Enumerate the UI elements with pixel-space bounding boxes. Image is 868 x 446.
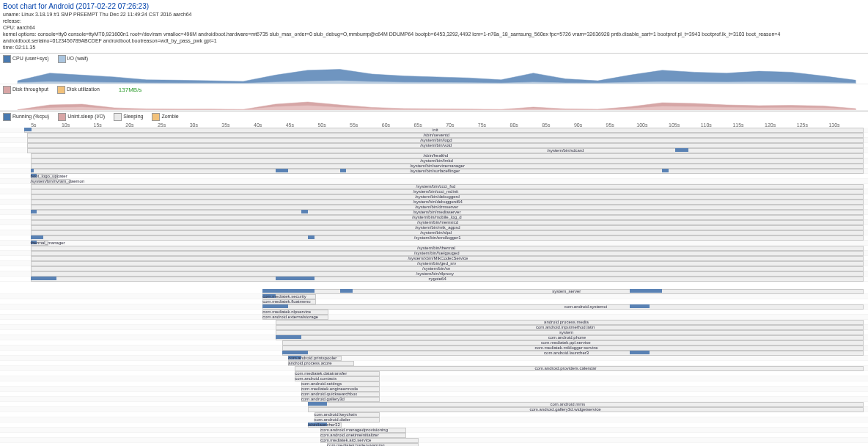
process-label: /system/bin/rilproxy — [416, 271, 454, 276]
tick-label: 110s — [690, 123, 722, 128]
tick-label: 125s — [787, 123, 819, 128]
process-label: com.android.systemui — [564, 304, 607, 309]
tick-label: 25s — [146, 123, 178, 128]
header-cpu: CPU: aarch64 — [3, 24, 865, 31]
activity-segment — [340, 169, 347, 172]
legend-cpu-title: CPU (user+sys) — [12, 56, 49, 61]
activity-segment — [276, 277, 315, 280]
process-row: com.android.mms — [0, 402, 868, 407]
process-row: com.android.onetimeinitializer — [0, 433, 868, 438]
process-row: /sbin/ueventd — [0, 133, 868, 138]
process-label: init — [433, 128, 438, 132]
process-row: com.mediatek.mtklogger:service — [0, 346, 868, 351]
process-row: /system/bin/rilproxy — [0, 271, 868, 277]
process-label: com.android.onetimeinitializer — [320, 433, 378, 437]
process-label: com.mediatek.floatmenu — [262, 299, 310, 304]
process-row: com.mediatek.batterywarning — [0, 443, 868, 446]
tick-label: 15s — [81, 123, 114, 128]
tick-label: 30s — [177, 123, 210, 128]
header-release: release: — [3, 18, 865, 24]
tick-label: 5s — [18, 123, 50, 128]
process-label: /system/bin/fuelgauged — [414, 251, 460, 255]
process-label: /system/bin/sdcard — [547, 148, 584, 153]
activity-segment — [31, 235, 44, 239]
process-label: boot_logo_updater — [31, 174, 67, 178]
legend-sleeping: Sleeping — [123, 114, 143, 119]
legend-disk: Disk throughput Disk utilization 137MB/s — [0, 84, 868, 95]
tick-label: 55s — [338, 123, 370, 128]
process-row: system_server — [0, 289, 868, 294]
process-row: com.android.settings — [0, 381, 868, 387]
process-label: com.android.mms — [550, 402, 585, 406]
process-label: /sbin/healthd — [423, 153, 448, 158]
process-row: /sbin/launcher32 — [0, 423, 868, 428]
process-row: boot_logo_updater — [0, 174, 868, 179]
process-bar — [27, 148, 864, 153]
header-uname: uname: Linux 3.18.19 #1 SMP PREEMPT Thu … — [3, 11, 865, 18]
tick-label: 115s — [722, 123, 754, 128]
activity-segment — [276, 335, 301, 339]
process-label: com.android.contacts — [295, 376, 336, 381]
tick-label: 75s — [466, 123, 499, 128]
process-label: thermal_manager — [31, 241, 65, 245]
tick-label: 20s — [114, 123, 146, 128]
process-label: /system/bin/debuggerd — [415, 194, 460, 199]
process-row: com.android.gallery3d — [0, 397, 868, 402]
process-row: com.mediatek.floatmenu — [0, 299, 868, 304]
process-label: com.android.printspooler — [288, 356, 336, 360]
process-label: /system/bin/vold — [420, 143, 452, 147]
tick-label: 70s — [434, 123, 466, 128]
process-label: com.android.phone — [548, 335, 586, 340]
activity-segment — [308, 235, 315, 239]
process-row: /system/bin/thermal — [0, 246, 868, 251]
process-row: com.android.contacts — [0, 376, 868, 381]
process-row: /system/bin/ccci_mdinit — [0, 189, 868, 194]
activity-segment — [31, 277, 56, 280]
activity-segment — [31, 210, 37, 213]
activity-segment — [262, 289, 314, 293]
tick-label: 85s — [530, 123, 562, 128]
tick-label: 65s — [402, 123, 434, 128]
legend-disk-util: Disk utilization — [67, 87, 100, 92]
process-row: /system/xbin/MtkCodecService — [0, 256, 868, 261]
process-bar — [262, 304, 864, 310]
process-label: android.process.media — [544, 320, 589, 324]
process-row: /system/bin/lmkd — [0, 158, 868, 164]
process-label: /system/bin/mtk_agpsd — [415, 225, 460, 230]
process-label: /system/bin/surfaceflinger — [410, 169, 460, 173]
tick-label: 130s — [818, 123, 850, 128]
legend-zombie: Zombie — [161, 114, 178, 119]
process-label: com.mediatek.atci.service — [320, 438, 371, 442]
tick-label: 40s — [242, 123, 274, 128]
chart-header: Boot chart for Android (2017-02-22 07:26… — [0, 0, 868, 54]
process-label: com.android.keychain — [315, 412, 357, 417]
process-row: com.mediatek.security — [0, 294, 868, 299]
process-row: com.android.printspooler — [0, 356, 868, 361]
process-label: system_server — [552, 289, 581, 293]
process-label: /system/bin/thermal — [417, 246, 455, 250]
process-row: zygote64 — [0, 277, 868, 282]
activity-segment — [675, 148, 688, 152]
process-row: com.mediatek.nlpservice — [0, 310, 868, 315]
process-row: com.android.externalstorage — [0, 315, 868, 320]
legend-proc: Running (%cpu) Unint.sleep (I/O) Sleepin… — [0, 111, 868, 123]
activity-segment — [630, 304, 649, 308]
process-label: /system/bin/slpd — [420, 230, 452, 235]
process-row: /system/bin/logd — [0, 138, 868, 143]
legend-disk-value: 137MB/s — [119, 87, 142, 93]
process-label: /sbin/launcher32 — [308, 423, 340, 427]
process-bar — [308, 402, 864, 407]
process-label: com.android.settings — [301, 381, 342, 386]
activity-segment — [308, 402, 327, 406]
activity-segment — [662, 169, 669, 172]
process-label: /system/bin/memsicd — [417, 220, 458, 224]
legend-unint: Unint.sleep (I/O) — [67, 114, 105, 119]
boot-chart: { "header": { "title": "Boot chart for A… — [0, 0, 868, 446]
tick-label: 80s — [498, 123, 530, 128]
process-label: com.mediatek.datatransfer — [295, 371, 347, 376]
process-row: com.mediatek.ppl.service — [0, 340, 868, 346]
process-row: /system/bin/slpd — [0, 230, 868, 235]
tick-label: 60s — [370, 123, 402, 128]
process-row: init — [0, 128, 868, 133]
process-label: /system/bin/mediaserver — [413, 210, 460, 214]
